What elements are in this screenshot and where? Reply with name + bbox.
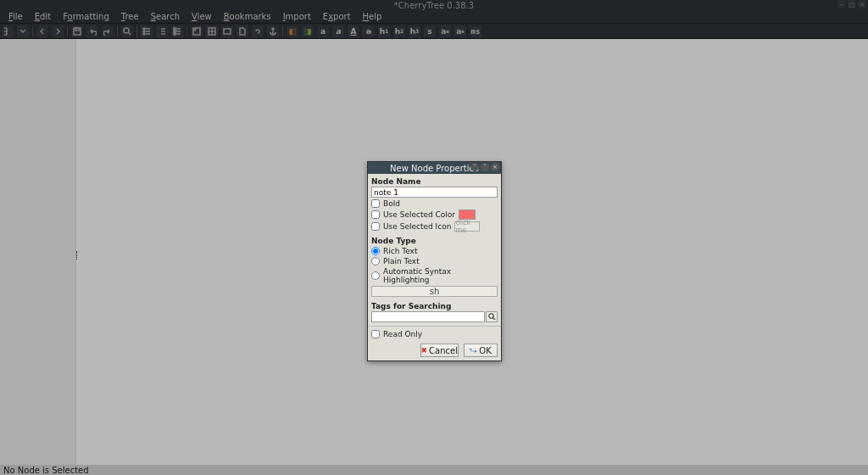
icon-picker-button[interactable]: click me: [454, 221, 480, 232]
dialog-separator: [368, 326, 501, 327]
node-type-richtext-radio[interactable]: [371, 247, 380, 255]
svg-point-4: [143, 31, 145, 32]
new-node-dialog: New Node Properties ˅ ˄ × Node Name Bold…: [367, 161, 502, 361]
statusbar-message: No Node is Selected: [3, 466, 89, 475]
menu-formatting[interactable]: Formatting: [58, 11, 114, 22]
bold-icon[interactable]: a: [317, 25, 329, 37]
italic-icon[interactable]: a: [332, 25, 344, 37]
node-type-plaintext-label: Plain Text: [383, 257, 420, 265]
menu-import[interactable]: Import: [278, 11, 316, 22]
small-icon[interactable]: s: [424, 25, 436, 37]
cancel-button[interactable]: ✖ Cancel: [420, 344, 459, 357]
node-type-plaintext-radio[interactable]: [371, 257, 380, 265]
menu-view[interactable]: View: [186, 11, 217, 22]
svg-rect-7: [174, 31, 175, 32]
toolbar: ◧ ◨ a a A a h1 h2 h3 s as as ms: [0, 24, 868, 39]
nav-forward-icon[interactable]: [52, 25, 64, 37]
insert-table-icon[interactable]: [206, 25, 218, 37]
statusbar: No Node is Selected: [0, 465, 868, 475]
insert-file-icon[interactable]: [236, 25, 248, 37]
readonly-checkbox[interactable]: [371, 330, 380, 338]
underline-icon[interactable]: A: [348, 25, 359, 37]
color-bg-icon[interactable]: ◨: [302, 25, 314, 37]
node-type-label: Node Type: [371, 237, 498, 245]
node-type-syntax-radio[interactable]: [371, 271, 380, 280]
syntax-combo[interactable]: sh: [371, 286, 498, 297]
dialog-titlebar[interactable]: New Node Properties ˅ ˄ ×: [368, 162, 501, 174]
monospace-icon[interactable]: ms: [470, 25, 481, 37]
superscript-icon[interactable]: as: [439, 25, 451, 37]
window-title: *CherryTree 0.38.3: [394, 1, 474, 10]
chevron-down-icon[interactable]: [17, 25, 29, 37]
minimize-icon[interactable]: –: [837, 0, 846, 8]
ok-icon: ⮑: [470, 346, 477, 355]
node-name-label: Node Name: [371, 177, 498, 186]
save-icon[interactable]: [71, 25, 83, 37]
h1-icon[interactable]: h1: [378, 25, 390, 37]
close-icon[interactable]: ×: [858, 0, 866, 8]
svg-rect-8: [174, 33, 175, 35]
toolbar-tree-icon[interactable]: [2, 25, 14, 37]
dialog-close-icon[interactable]: ×: [491, 163, 499, 171]
list-bullet-icon[interactable]: [141, 25, 153, 37]
list-todo-icon[interactable]: [171, 25, 183, 37]
use-icon-checkbox[interactable]: [371, 222, 380, 231]
svg-point-13: [272, 28, 274, 30]
bold-checkbox[interactable]: [371, 199, 380, 208]
dialog-title: New Node Properties: [390, 164, 479, 173]
search-icon[interactable]: [121, 25, 133, 37]
svg-rect-1: [75, 28, 79, 31]
undo-icon[interactable]: [86, 25, 98, 37]
use-color-label: Use Selected Color: [383, 210, 455, 219]
menubar: File Edit Formatting Tree Search View Bo…: [0, 10, 868, 24]
color-fg-icon[interactable]: ◧: [287, 25, 298, 37]
svg-point-14: [488, 314, 492, 318]
strike-icon[interactable]: a: [363, 25, 375, 37]
list-number-icon[interactable]: [156, 25, 168, 37]
menu-help[interactable]: Help: [358, 11, 387, 22]
tree-gutter: [0, 39, 76, 465]
use-color-checkbox[interactable]: [371, 210, 380, 219]
h2-icon[interactable]: h2: [393, 25, 405, 37]
svg-rect-6: [174, 28, 175, 30]
menu-file[interactable]: File: [3, 11, 28, 22]
readonly-label: Read Only: [383, 330, 422, 338]
insert-codebox-icon[interactable]: [221, 25, 233, 37]
menu-bookmarks[interactable]: Bookmarks: [219, 11, 276, 22]
insert-image-icon[interactable]: [191, 25, 203, 37]
dialog-maximize-icon[interactable]: ˄: [481, 163, 489, 171]
nav-back-icon[interactable]: [36, 25, 48, 37]
window-titlebar: *CherryTree 0.38.3 – ▢ ×: [0, 0, 868, 10]
svg-point-10: [194, 29, 196, 31]
svg-point-2: [124, 28, 129, 33]
insert-anchor-icon[interactable]: [267, 25, 279, 37]
svg-rect-0: [74, 28, 81, 35]
use-icon-label: Use Selected Icon: [383, 222, 451, 231]
redo-icon[interactable]: [102, 25, 114, 37]
ok-button[interactable]: ⮑ OK: [464, 344, 498, 357]
dialog-minimize-icon[interactable]: ˅: [470, 163, 479, 171]
tags-input[interactable]: [371, 311, 485, 322]
node-type-syntax-label: Automatic Syntax Highlighting: [383, 267, 498, 284]
svg-point-5: [143, 33, 145, 35]
text-caret: [76, 251, 77, 260]
cancel-icon: ✖: [421, 346, 428, 355]
bold-label: Bold: [383, 199, 400, 208]
maximize-icon[interactable]: ▢: [848, 0, 856, 8]
h3-icon[interactable]: h3: [409, 25, 420, 37]
insert-link-icon[interactable]: [252, 25, 264, 37]
tags-search-button[interactable]: [486, 311, 498, 322]
node-name-input[interactable]: [371, 187, 498, 198]
svg-rect-12: [224, 29, 231, 34]
menu-tree[interactable]: Tree: [116, 11, 144, 22]
menu-edit[interactable]: Edit: [30, 11, 56, 22]
tags-label: Tags for Searching: [371, 302, 498, 310]
subscript-icon[interactable]: as: [454, 25, 466, 37]
menu-export[interactable]: Export: [318, 11, 356, 22]
menu-search[interactable]: Search: [146, 11, 185, 22]
node-type-richtext-label: Rich Text: [383, 247, 417, 255]
svg-point-3: [143, 28, 145, 30]
